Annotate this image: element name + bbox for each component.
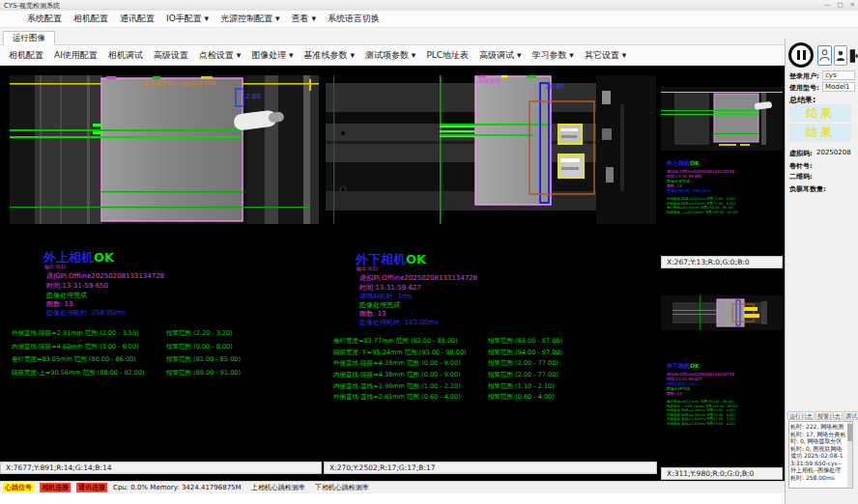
left-alarm-range: 报警范围:(0.00 - 8.00) (166, 343, 233, 351)
mini-top-statusbar: X:267;Y:13;R:0;G:0;B:0 (661, 256, 783, 268)
log-scrollbar-thumb[interactable] (847, 424, 852, 441)
mid-alarm-range: 报警范围:(94.00 - 97.00) (488, 349, 562, 357)
ai-detect-box-label: AI检测框 (478, 77, 501, 86)
mini-bottom-results: 卷针宽度=83.77mm 范围:(82.00 - 88.00) 隔膜宽度-下=9… (667, 400, 781, 427)
toolbar-image-processing[interactable]: 图像处理 ▾ (251, 49, 293, 62)
tab-run-log[interactable]: 运行日志 (787, 411, 815, 420)
mini-top-title: 外上相机OK (667, 160, 700, 166)
mid-alarm-range: 报警范围:(2.00 - 77.00) (488, 359, 558, 368)
toolbar-camera-config[interactable]: 相机配置 (9, 49, 43, 62)
mid-alarm-range: 报警范围:(83.00 - 87.00) (488, 337, 562, 346)
exit-button[interactable] (849, 44, 858, 67)
menu-bar: 系统配置 相机配置 通讯配置 IO手配置 ▾ 光源控制配置 ▾ 查看 ▾ 系统语… (0, 11, 858, 28)
left-alarm-range: 报警范围:(2.20 - 3.20) (166, 329, 233, 338)
mid-camera-sub: 输出:0(1) (357, 266, 378, 271)
heartbeat-badge: 心跳信号 (3, 483, 34, 492)
mid-alarm-range: 报警范围:(1.10 - 2.10) (488, 382, 555, 391)
cpu-memory-status: Cpu: 0.0% Memory: 3424.41796875M (113, 484, 242, 491)
operator-button[interactable] (834, 45, 847, 66)
toolbar-advanced-settings[interactable]: 高级设置 (154, 49, 188, 62)
mid-alarm-range: 报警范围:(2.00 - 77.00) (488, 371, 558, 379)
left-result-row: 内侧直线-隔膜=4.60mm 范围:(3.00 - 6.00) (12, 343, 139, 351)
toolbar: 相机配置 AI使用配置 相机调试 高级设置 点检设置 ▾ 图像处理 ▾ 基准线参… (0, 45, 785, 66)
left-camera-sub: 输出:0(1) (44, 264, 66, 269)
comm-connect-badge: 通讯连接 (76, 483, 107, 492)
minimize-icon[interactable]: — (824, 1, 831, 9)
mini-bottom-view[interactable]: 外下相机OK 虚拟码:Offline20250208133134728 时间:1… (661, 270, 783, 467)
model-value: Model1 (822, 82, 855, 92)
menu-item-system-config[interactable]: 系统配置 (27, 13, 62, 25)
mini-top-results: 外侧直线-隔膜=2.91mm 范围:(2.00 - 3.50) 内侧直线-隔膜=… (667, 197, 781, 214)
left-alarm-range: 报警范围:(89.00 - 91.00) (166, 369, 241, 378)
mini-bottom-turns: 圈数: 13 (667, 391, 682, 396)
login-user-button[interactable] (817, 45, 832, 66)
mini-bottom-scene (661, 295, 783, 330)
toolbar-baseline-params[interactable]: 基准线参数 ▾ (304, 49, 355, 62)
log-output[interactable]: 耗时: 222, 网络检测耗时: 17, 网络分类耗时: 0, 网络提取分区耗时… (788, 421, 853, 489)
mid-view-statusbar: X:270;Y:2502;R:17;G:17;B:17 (324, 462, 657, 474)
mid-virtual-code: 虚拟码:Offline20250208133134728 (359, 273, 477, 283)
toolbar-camera-debug[interactable]: 相机调试 (108, 49, 143, 62)
toolbar-test-params[interactable]: 测试项参数 ▾ (365, 49, 415, 62)
left-alarm-range: 报警范围:(81.00 - 85.00) (166, 355, 241, 364)
toolbar-ai-config[interactable]: AI使用配置 (54, 49, 98, 62)
qr-code-label: 二维码: (789, 172, 813, 182)
mid-measure-overlay: 28.80 (545, 83, 564, 91)
toolbar-plc-table[interactable]: PLC地址表 (426, 49, 469, 62)
pause-icon (797, 50, 806, 60)
tab-alarm-log[interactable]: 报警日志 (815, 411, 843, 420)
model-label: 使用型号: (789, 83, 819, 93)
virtual-code-label: 虚拟码: (789, 149, 813, 158)
tab-debug-log[interactable]: 调试日志 (844, 411, 858, 420)
maximize-icon[interactable]: ▢ (837, 1, 843, 9)
left-virtual-code: 虚拟码:Offline20250208133134728 (46, 271, 164, 281)
mid-camera-scene (326, 75, 656, 224)
toolbar-learning-params[interactable]: 学习参数 ▾ (532, 49, 574, 62)
toolbar-advanced-debug[interactable]: 高级调试 ▾ (479, 49, 521, 62)
login-user-value: cys (822, 70, 855, 80)
left-view-statusbar: X:7677;Y:891;R:14;G:14;B:14 (0, 462, 322, 474)
menu-item-view[interactable]: 查看 ▾ (292, 13, 316, 25)
virtual-code-value: 20250208 (816, 149, 851, 156)
mid-camera-image[interactable]: AI检测框 28.80 (326, 75, 656, 224)
pause-button[interactable] (788, 42, 814, 68)
mini-bottom-statusbar: X:311;Y:980;R:0;G:0;B:0 (661, 467, 783, 480)
menu-item-io-config[interactable]: IO手配置 ▾ (166, 13, 209, 25)
left-elapsed: 图像处理耗时: 258.00ms (46, 308, 126, 318)
toolbar-other-settings[interactable]: 其它设置 ▾ (585, 49, 626, 62)
tab-row: 运行图像 (0, 28, 858, 45)
user-outline-icon (819, 48, 830, 63)
left-time: 时间:13-31-59-650 (46, 281, 108, 291)
mid-alarm-range: 报警范围:(0.60 - 4.00) (488, 393, 555, 402)
menu-item-language[interactable]: 系统语言切换 (328, 13, 380, 25)
result-display-lower: 结果 (789, 124, 851, 141)
left-threshold-overlay: 静态阈值:93, 动态阈值:100 (143, 79, 215, 88)
upper-camera-heartbeat: 上相机心跳检测率 (251, 483, 305, 492)
menu-item-light-config[interactable]: 光源控制配置 ▾ (220, 13, 279, 25)
result-display-upper: 结果 (789, 104, 851, 122)
menu-item-camera-config[interactable]: 相机配置 (73, 13, 108, 25)
left-result-row: 外侧直线-隔膜=2.91mm 范围:(2.00 - 3.50) (12, 329, 139, 338)
left-result-row: 卷针宽度=83.05mm 范围:(80.00 - 86.00) (12, 355, 136, 364)
lower-camera-heartbeat: 下相机心跳检测率 (315, 483, 369, 492)
toolbar-spot-check[interactable]: 点检设置 ▾ (199, 49, 241, 62)
left-camera-scene (10, 75, 319, 224)
tab-run-image[interactable]: 运行图像 (3, 31, 55, 45)
mini-bottom-title: 外下相机OK (667, 363, 700, 369)
mid-result-row: 外侧直线-隔膜=4.38mm 范围:(0.00 - 9.00) (333, 359, 461, 368)
left-result-row: 隔膜宽度-上=90.56mm 范围:(88.00 - 92.00) (12, 369, 145, 378)
title-bar: CYS-视觉检测系统 — ▢ ✕ (0, 0, 858, 11)
menu-item-comm-config[interactable]: 通讯配置 (120, 13, 155, 25)
left-camera-image[interactable]: 静态阈值:93, 动态阈值:100 2.88 (10, 75, 319, 224)
mini-top-elapsed: 图像处理耗时: 258.00ms (667, 188, 712, 193)
mini-top-scene (661, 87, 783, 151)
close-icon[interactable]: ✕ (850, 1, 855, 9)
user-filled-icon (836, 49, 845, 63)
exit-door-icon (849, 47, 858, 65)
window-title: CYS-视觉检测系统 (4, 1, 60, 11)
log-scrollbar[interactable] (847, 422, 852, 488)
mini-top-view[interactable]: 外上相机OK 虚拟码:Offline20250208133134728 时间:1… (661, 68, 783, 256)
camera-connect-badge: 相机连接 (40, 483, 71, 492)
login-user-label: 登录用户: (789, 71, 819, 81)
mid-result-row: 外侧直线-直线=2.61mm 范围:(0.60 - 4.00) (333, 393, 461, 402)
